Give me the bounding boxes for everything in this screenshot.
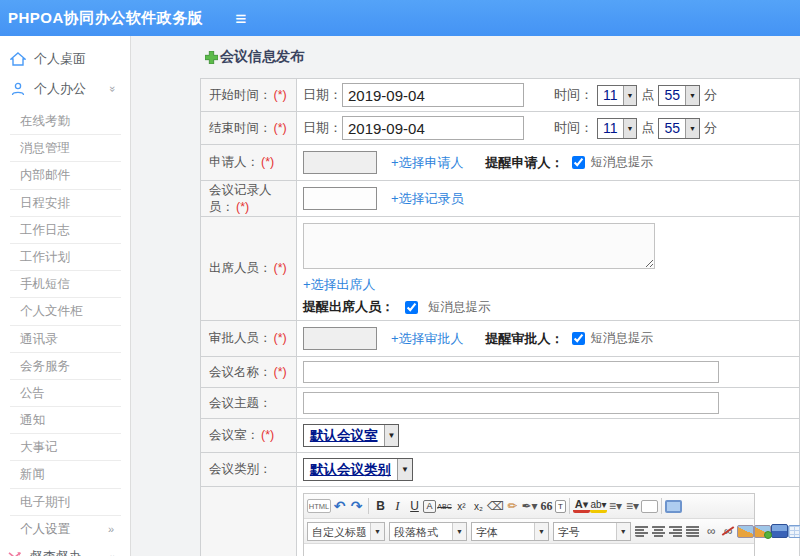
ordered-list-icon[interactable]: ≡▾ — [607, 497, 624, 515]
meeting-name-input[interactable] — [303, 361, 719, 383]
field-label: 会议主题： — [209, 396, 272, 410]
select-approver-link[interactable]: +选择审批人 — [391, 330, 464, 348]
sidebar-item[interactable]: 通讯录 — [0, 326, 130, 353]
redo-icon[interactable]: ↷ — [348, 497, 365, 515]
table-icon[interactable] — [788, 525, 800, 538]
row-start-time: 开始时间：(*) 日期： 时间： 11▼ 点 55▼ 分 — [201, 79, 800, 112]
align-center-icon[interactable] — [652, 525, 669, 537]
applicant-input[interactable] — [303, 151, 377, 174]
required-mark: (*) — [261, 155, 274, 169]
select-attendees-link[interactable]: +选择出席人 — [303, 277, 376, 292]
paragraph-format-select[interactable]: 段落格式▼ — [389, 522, 467, 541]
sidebar-item[interactable]: 手机短信 — [0, 271, 130, 298]
meeting-room-select[interactable]: 默认会议室▼ — [303, 424, 399, 447]
time-label: 时间： — [554, 119, 593, 137]
chevron-down-icon: ▼ — [370, 523, 384, 540]
select-applicant-link[interactable]: +选择申请人 — [391, 154, 464, 172]
required-mark: (*) — [236, 200, 249, 214]
chevron-down-icon: ▼ — [616, 523, 630, 540]
align-justify-icon[interactable] — [686, 525, 703, 537]
insert-image-icon[interactable] — [754, 525, 771, 538]
undo-icon[interactable]: ↶ — [331, 497, 348, 515]
html-source-button[interactable]: HTML — [307, 499, 331, 513]
approver-input[interactable] — [303, 327, 377, 350]
bold-icon[interactable]: B — [372, 497, 389, 515]
sidebar-item[interactable]: 公告 — [0, 380, 130, 407]
sidebar-item[interactable]: 工作日志 — [0, 217, 130, 244]
field-label: 会议名称： — [209, 365, 272, 379]
select-label: 字体 — [472, 523, 534, 540]
sidebar-item[interactable]: 内部邮件 — [0, 162, 130, 189]
sidebar-item[interactable]: 工作计划 — [0, 244, 130, 271]
end-hour-select[interactable]: 11▼ — [597, 118, 637, 139]
minute-unit: 分 — [704, 119, 717, 137]
sidebar-item-desktop[interactable]: 个人桌面 — [0, 44, 130, 74]
required-mark: (*) — [261, 428, 274, 442]
sidebar-item-office[interactable]: 个人办公 » — [0, 74, 130, 104]
paint-format-icon[interactable]: ✒▾ — [521, 497, 538, 515]
sidebar-item[interactable]: 消息管理 — [0, 135, 130, 162]
applicant-sms-checkbox[interactable] — [572, 156, 585, 169]
align-left-icon[interactable] — [635, 525, 652, 537]
end-date-input[interactable] — [342, 116, 524, 140]
align-right-icon[interactable] — [669, 525, 686, 537]
sidebar-item[interactable]: 日程安排 — [0, 190, 130, 217]
sidebar-item-supervision[interactable]: 督查督办 » — [0, 543, 130, 556]
remind-approver-label: 提醒审批人： — [486, 330, 564, 348]
start-minute-select[interactable]: 55▼ — [658, 85, 700, 106]
sidebar-item-label: 督查督办 — [30, 548, 82, 556]
start-hour-select[interactable]: 11▼ — [597, 85, 637, 106]
italic-icon[interactable]: I — [389, 497, 406, 515]
media-icon[interactable] — [771, 524, 788, 538]
minute-unit: 分 — [704, 86, 717, 104]
sidebar-item[interactable]: 电子期刊 — [0, 489, 130, 516]
field-label: 会议类别： — [209, 462, 272, 476]
sidebar-item[interactable]: 大事记 — [0, 434, 130, 461]
sidebar-item[interactable]: 在线考勤 — [0, 108, 130, 135]
attendees-sms-checkbox[interactable] — [405, 301, 418, 314]
recorder-input[interactable] — [303, 187, 377, 210]
font-color-icon[interactable]: A▾ — [573, 499, 590, 513]
font-border-icon[interactable]: A — [423, 500, 436, 513]
meeting-topic-input[interactable] — [303, 392, 719, 414]
editor-content-area[interactable] — [304, 544, 754, 556]
new-page-icon[interactable] — [641, 500, 658, 513]
required-mark: (*) — [274, 88, 287, 102]
subscript-icon[interactable]: x₂ — [470, 497, 487, 515]
blockquote-icon[interactable]: 66 — [538, 497, 555, 515]
fullscreen-icon[interactable] — [665, 500, 682, 513]
image-icon[interactable] — [737, 525, 754, 538]
end-minute-select[interactable]: 55▼ — [658, 118, 700, 139]
sidebar-item[interactable]: 个人文件柜 — [0, 298, 130, 325]
paste-icon[interactable]: T — [555, 500, 566, 513]
font-size-select[interactable]: 字号▼ — [553, 522, 631, 541]
sidebar-item-settings[interactable]: 个人设置 » — [0, 516, 130, 543]
highlight-color-icon[interactable]: ab▾ — [590, 499, 607, 513]
custom-title-select[interactable]: 自定义标题▼ — [307, 522, 385, 541]
strikethrough-icon[interactable]: ABC — [436, 497, 453, 515]
toolbar-separator — [368, 498, 369, 514]
main-content: 会议信息发布 开始时间：(*) 日期： 时间： 11▼ 点 55▼ 分 — [131, 36, 800, 556]
meeting-category-select[interactable]: 默认会议类别▼ — [303, 458, 413, 481]
sms-label: 短消息提示 — [591, 154, 654, 171]
select-recorder-link[interactable]: +选择记录员 — [391, 190, 464, 208]
approver-sms-checkbox[interactable] — [572, 332, 585, 345]
sidebar-item-label: 个人设置 — [20, 516, 70, 543]
sidebar-item[interactable]: 会务服务 — [0, 353, 130, 380]
unordered-list-icon[interactable]: ≡▾ — [624, 497, 641, 515]
row-attendees: 出席人员：(*) +选择出席人 提醒出席人员： 短消息提示 — [201, 217, 800, 321]
remind-applicant-label: 提醒申请人： — [486, 154, 564, 172]
start-date-input[interactable] — [342, 83, 524, 107]
toolbar-separator — [569, 498, 570, 514]
eraser-icon[interactable]: ⌫ — [487, 497, 504, 515]
underline-icon[interactable]: U — [406, 497, 423, 515]
unlink-icon[interactable]: ∞ — [720, 522, 737, 540]
attendees-textarea[interactable] — [303, 223, 655, 269]
hamburger-menu-icon[interactable]: ≡ — [235, 9, 246, 28]
superscript-icon[interactable]: x² — [453, 497, 470, 515]
sidebar-item[interactable]: 新闻 — [0, 461, 130, 488]
sidebar-item[interactable]: 通知 — [0, 407, 130, 434]
font-family-select[interactable]: 字体▼ — [471, 522, 549, 541]
format-brush-icon[interactable]: ✏ — [504, 497, 521, 515]
link-icon[interactable]: ∞ — [703, 522, 720, 540]
